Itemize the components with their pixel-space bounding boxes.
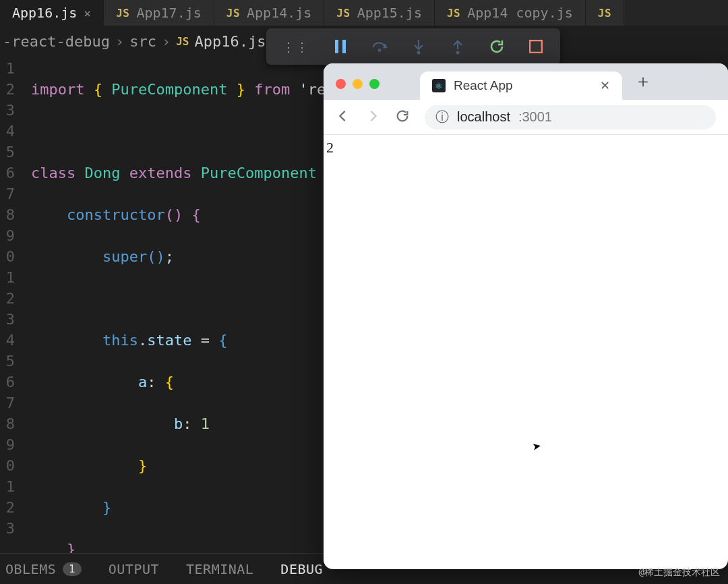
stop-button[interactable] (528, 38, 544, 55)
reload-button[interactable] (395, 109, 410, 126)
js-file-icon: JS (447, 7, 460, 20)
tab-label: App16.js (12, 5, 77, 21)
rendered-value: 2 (326, 139, 334, 156)
drag-handle-icon[interactable]: ⋮⋮ (282, 40, 309, 54)
browser-tab-bar: ⚛ React App ✕ ＋ (324, 63, 728, 100)
tab-cut-off[interactable]: JS (586, 0, 624, 26)
panel-tab-terminal[interactable]: TERMINAL (186, 561, 253, 577)
react-favicon-icon: ⚛ (432, 79, 446, 92)
js-file-icon: JS (336, 7, 350, 20)
tab-label: App15.js (357, 5, 422, 21)
tab-label: App14 copy.js (467, 5, 573, 21)
close-icon[interactable]: × (84, 6, 91, 20)
js-file-icon: JS (176, 35, 189, 48)
step-over-button[interactable] (371, 38, 388, 55)
svg-point-3 (417, 51, 421, 55)
browser-tab[interactable]: ⚛ React App ✕ (420, 71, 622, 100)
maximize-window-icon[interactable] (369, 79, 380, 89)
tab-label: App14.js (247, 5, 311, 21)
js-file-icon: JS (116, 7, 129, 20)
url-port: :3001 (518, 109, 552, 125)
site-info-icon[interactable]: ⓘ (435, 108, 449, 126)
line-numbers-gutter: 1 2 3 4 5 6 7 8 9 0 1 2 3 4 5 6 7 8 9 0 … (0, 57, 19, 553)
svg-point-2 (378, 49, 382, 52)
tab-app14copy[interactable]: JS App14 copy.js (435, 0, 586, 26)
breadcrumb-folder[interactable]: src (129, 33, 156, 50)
tab-app14[interactable]: JS App14.js (214, 0, 325, 26)
url-input[interactable]: ⓘ localhost:3001 (425, 105, 716, 129)
url-host: localhost (457, 109, 510, 125)
forward-button[interactable] (365, 109, 380, 126)
problems-count-badge: 1 (63, 562, 82, 576)
browser-address-bar-row: ⓘ localhost:3001 (324, 100, 728, 135)
svg-rect-0 (335, 40, 338, 53)
breadcrumb-project[interactable]: -react-debug (3, 33, 110, 50)
browser-tab-title: React App (454, 78, 513, 93)
tab-app16[interactable]: App16.js × (0, 0, 104, 26)
panel-tab-output[interactable]: OUTPUT (109, 561, 159, 577)
breadcrumb-file[interactable]: App16.js (194, 33, 266, 50)
svg-point-4 (456, 51, 460, 55)
chevron-right-icon: › (115, 33, 124, 50)
back-button[interactable] (336, 109, 351, 126)
close-window-icon[interactable] (336, 79, 346, 89)
js-file-icon: JS (598, 7, 611, 20)
step-into-button[interactable] (411, 38, 427, 55)
restart-button[interactable] (489, 38, 505, 55)
svg-rect-5 (530, 40, 542, 53)
chrome-browser-window[interactable]: ⚛ React App ✕ ＋ ⓘ localhost:3001 2 (324, 63, 728, 569)
chevron-right-icon: › (162, 33, 171, 50)
svg-rect-1 (342, 40, 346, 53)
tab-app15[interactable]: JS App15.js (324, 0, 435, 26)
minimize-window-icon[interactable] (353, 79, 363, 89)
new-tab-button[interactable]: ＋ (634, 69, 652, 93)
panel-tab-problems[interactable]: OBLEMS 1 (5, 561, 82, 577)
window-traffic-lights[interactable] (336, 79, 380, 89)
editor-tabs: App16.js × JS App17.js JS App14.js JS Ap… (0, 0, 728, 26)
tab-label: App17.js (136, 5, 201, 21)
debug-toolbar[interactable]: ⋮⋮ (266, 28, 560, 65)
watermark: @稀土掘金技术社区 (639, 566, 720, 579)
tab-app17[interactable]: JS App17.js (104, 0, 214, 26)
browser-page-content: 2 (324, 135, 728, 160)
pause-button[interactable] (332, 38, 348, 55)
step-out-button[interactable] (450, 38, 466, 55)
js-file-icon: JS (226, 7, 240, 20)
panel-tab-debug[interactable]: DEBUG (280, 561, 323, 577)
breadcrumb[interactable]: -react-debug › src › JS App16.js › (3, 33, 280, 50)
close-tab-icon[interactable]: ✕ (600, 78, 610, 93)
